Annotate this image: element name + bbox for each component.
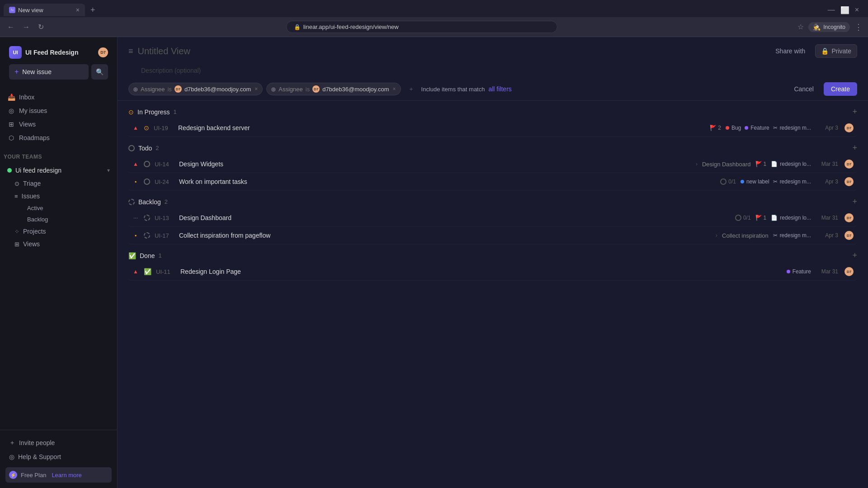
issue-avatar-ui24: D7: [844, 177, 854, 186]
in-progress-add-button[interactable]: +: [852, 107, 857, 117]
cut-icon-ui24: ✂: [773, 178, 778, 185]
issue-avatar-ui19: D7: [844, 123, 854, 132]
filter-match-link[interactable]: all filters: [488, 85, 511, 93]
description-input[interactable]: [141, 63, 868, 78]
help-support-item[interactable]: ◎ Help & Support: [5, 450, 112, 464]
filter-value-1: d7bdeb36@moodjoy.com: [184, 86, 251, 93]
tag-bug: Bug: [726, 125, 741, 131]
sidebar-actions: + New issue 🔍: [5, 62, 112, 83]
issue-title-ui24: Work on important tasks: [179, 178, 716, 185]
priority-urgent-icon: ▲: [132, 125, 139, 131]
filter-close-2[interactable]: ×: [393, 86, 396, 92]
priority-medium-ui17: ▪: [132, 232, 139, 239]
issue-row-ui24[interactable]: ▪ UI-24 Work on important tasks 0/1 new …: [128, 173, 857, 191]
bookmark-icon[interactable]: ☆: [797, 23, 804, 31]
url-bar[interactable]: 🔒 linear.app/ui-feed-redesign/view/new: [286, 21, 557, 33]
filter-op-1: is: [167, 86, 171, 93]
priority-urgent-ui14: ▲: [132, 161, 139, 167]
share-with-button[interactable]: Share with: [771, 45, 810, 57]
issues-list: ⊙ In Progress 1 + ▲ ⊙ UI-19 Redesign bac…: [118, 101, 868, 488]
search-button[interactable]: 🔍: [91, 64, 108, 80]
close-button[interactable]: ×: [855, 6, 859, 14]
issue-date-ui17: Apr 3: [816, 232, 838, 239]
my-issues-label: My issues: [19, 107, 47, 114]
incognito-icon: 🕵: [813, 23, 821, 31]
issue-row-ui14[interactable]: ▲ UI-14 Design Widgets › Design Dashboar…: [128, 155, 857, 173]
sidebar-item-triage[interactable]: ⊙ Triage: [11, 177, 113, 190]
sidebar-item-views[interactable]: ⊞ Views: [4, 117, 113, 131]
private-button[interactable]: 🔒 Private: [815, 44, 857, 58]
section-todo[interactable]: Todo 2 +: [128, 137, 857, 155]
backlog-label: Backlog: [27, 216, 48, 223]
issue-tags-ui24: new label ✂redesign m...: [741, 178, 811, 185]
add-filter-button[interactable]: ＋: [405, 83, 418, 95]
section-backlog[interactable]: Backlog 2 +: [128, 191, 857, 209]
teams-section-label: Your teams: [0, 146, 117, 162]
maximize-button[interactable]: ⬜: [840, 6, 849, 14]
filter-avatar-2: D7: [312, 85, 320, 93]
roadmaps-icon: ⬡: [7, 134, 15, 141]
issue-row-ui17[interactable]: ▪ UI-17 Collect inspiration from pageflo…: [128, 227, 857, 244]
sidebar-item-inbox[interactable]: 📥 Inbox: [4, 90, 113, 104]
issue-row-ui19[interactable]: ▲ ⊙ UI-19 Redesign backend server 🚩 2 Bu…: [128, 119, 857, 137]
new-issue-button[interactable]: + New issue: [9, 64, 89, 80]
create-button[interactable]: Create: [824, 82, 857, 96]
issue-avatar-ui11: D7: [844, 267, 854, 276]
more-options-icon[interactable]: ⋮: [854, 22, 863, 32]
view-title-input[interactable]: [138, 46, 767, 56]
filter-value-2: d7bdeb36@moodjoy.com: [322, 86, 389, 93]
sidebar-item-projects[interactable]: ⁘ Projects: [11, 225, 113, 238]
backlog-add-button[interactable]: +: [852, 197, 857, 206]
todo-add-button[interactable]: +: [852, 143, 857, 153]
done-add-button[interactable]: +: [852, 251, 857, 260]
filter-bar: ◎ Assignee is D7 d7bdeb36@moodjoy.com × …: [128, 78, 857, 100]
filter-chip-2[interactable]: ◎ Assignee is D7 d7bdeb36@moodjoy.com ×: [266, 83, 401, 95]
forward-button[interactable]: →: [21, 21, 32, 33]
incognito-label: Incognito: [823, 24, 845, 30]
sidebar-item-issues[interactable]: ≡ Issues: [11, 190, 113, 202]
sidebar-item-team-views[interactable]: ⊞ Views: [11, 238, 113, 250]
section-in-progress[interactable]: ⊙ In Progress 1 +: [128, 101, 857, 119]
active-label: Active: [27, 205, 43, 211]
tag-feature: Feature: [745, 125, 769, 131]
issue-tags-ui13: 📄redesign lo...: [771, 215, 811, 221]
progress-text-ui24: 0/1: [728, 178, 736, 185]
issue-date-ui19: Apr 3: [816, 125, 838, 131]
issue-title-ui19: Redesign backend server: [178, 124, 705, 131]
status-todo-ui14: [144, 161, 150, 167]
backlog-icon: [128, 199, 135, 205]
workspace-name: UI Feed Redesign: [25, 49, 78, 56]
back-button[interactable]: ←: [5, 21, 16, 33]
active-tab[interactable]: N New view ×: [4, 4, 85, 16]
sidebar-item-roadmaps[interactable]: ⬡ Roadmaps: [4, 131, 113, 145]
minimize-button[interactable]: —: [828, 6, 835, 14]
tab-close-button[interactable]: ×: [76, 6, 80, 14]
section-done[interactable]: ✅ Done 1 +: [128, 244, 857, 263]
progress-text-ui13: 0/1: [743, 215, 751, 221]
issue-row-ui11[interactable]: ▲ ✅ UI-11 Redesign Login Page Feature Ma…: [128, 263, 857, 281]
learn-more-link[interactable]: Learn more: [52, 472, 81, 479]
breadcrumb-chevron-ui17: ›: [716, 232, 717, 239]
filter-close-1[interactable]: ×: [255, 86, 258, 92]
assignee-icon-1: ◎: [133, 86, 138, 92]
sub-flag-ui14: 🚩 1: [755, 161, 767, 167]
flag-count-ui13: 1: [764, 215, 767, 221]
issue-row-ui13[interactable]: ··· UI-13 Design Dashboard 0/1 🚩 1 📄rede…: [128, 209, 857, 227]
filter-chip-1[interactable]: ◎ Assignee is D7 d7bdeb36@moodjoy.com ×: [128, 83, 263, 95]
cancel-button[interactable]: Cancel: [788, 82, 820, 96]
workspace-header[interactable]: UI UI Feed Redesign D7: [5, 42, 112, 62]
help-icon: ◎: [9, 453, 14, 460]
redesign-m-label: redesign m...: [780, 125, 811, 131]
tab-title: New view: [18, 7, 43, 14]
team-header[interactable]: Ui feed redesign ▾: [4, 164, 113, 177]
sidebar-item-active[interactable]: Active: [24, 202, 113, 214]
filter-op-2: is: [306, 86, 310, 93]
plus-icon: +: [14, 68, 19, 76]
feature-label: Feature: [750, 125, 769, 131]
sidebar-item-my-issues[interactable]: ◎ My issues: [4, 104, 113, 117]
tag-redesign-m-ui24: ✂redesign m...: [773, 178, 811, 185]
refresh-button[interactable]: ↻: [36, 21, 46, 33]
sidebar-item-backlog[interactable]: Backlog: [24, 214, 113, 225]
invite-people-button[interactable]: ＋ Invite people: [5, 436, 112, 450]
new-tab-button[interactable]: +: [87, 4, 99, 17]
